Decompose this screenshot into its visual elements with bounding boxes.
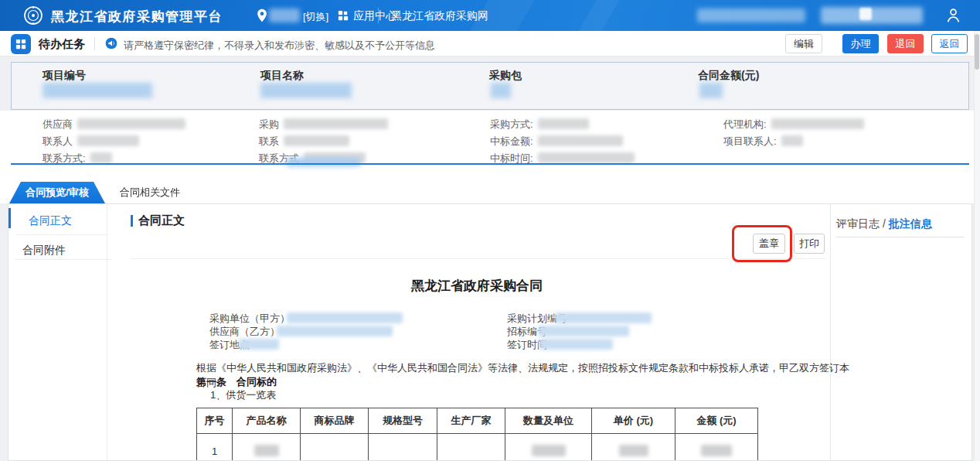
page-title: 待办任务 bbox=[39, 37, 85, 52]
redacted-package bbox=[491, 83, 511, 98]
redacted-cell bbox=[532, 445, 566, 456]
redacted-agency bbox=[771, 118, 864, 129]
region-switch-link[interactable]: [切换] bbox=[303, 10, 328, 24]
cell-seq: 1 bbox=[197, 434, 233, 461]
app-grid-icon bbox=[338, 10, 349, 21]
todo-grid-icon bbox=[11, 34, 31, 54]
bid-no-row: 招标编号 bbox=[507, 325, 629, 339]
cell-model bbox=[369, 434, 437, 461]
cell-quantity-unit bbox=[505, 434, 592, 461]
section-blue-divider bbox=[11, 163, 969, 165]
redacted-bid-no bbox=[538, 326, 629, 336]
gov-emblem-logo bbox=[23, 5, 43, 26]
redacted-header-info bbox=[697, 9, 805, 22]
purchaser-row: 采购 bbox=[259, 118, 388, 131]
col-seq: 序号 bbox=[197, 408, 233, 434]
redacted-user-info bbox=[821, 7, 923, 24]
redacted-region-name bbox=[269, 9, 300, 22]
tab-contract-files[interactable]: 合同相关文件 bbox=[104, 182, 196, 203]
app-window: 黑龙江省政府采购管理平台 [切换] 应用中心 黑龙江省政府采购网 待办任务 请严… bbox=[0, 0, 980, 461]
col-amount: 金额 (元) bbox=[675, 408, 758, 434]
annotations-link[interactable]: 批注信息 bbox=[889, 217, 932, 230]
redacted-sign-time bbox=[539, 339, 613, 350]
redacted-amount bbox=[699, 83, 723, 98]
contract-title: 黑龙江省政府采购合同 bbox=[245, 277, 709, 295]
stamp-annotation-box bbox=[732, 225, 792, 262]
contract-legal-paragraph: 根据《中华人民共和国政府采购法》、《中华人民共和国合同法》等法律、法规规定，按照… bbox=[196, 361, 853, 391]
section-title-bar bbox=[131, 215, 133, 227]
redacted-project-contact bbox=[781, 135, 803, 146]
back-button[interactable]: 返回 bbox=[931, 34, 968, 53]
sidebar-divider bbox=[16, 234, 107, 235]
review-panel-divider bbox=[836, 237, 965, 237]
col-quantity-unit: 数量及单位 bbox=[505, 408, 592, 434]
sign-place-row: 签订地点 bbox=[209, 338, 279, 352]
project-number-label: 项目编号 bbox=[43, 69, 86, 83]
scrollbar-thumb[interactable] bbox=[975, 34, 979, 70]
purchaser-contact-row: 联系 bbox=[259, 135, 349, 149]
procurement-package-label: 采购包 bbox=[489, 69, 522, 83]
table-row: 1 bbox=[197, 434, 758, 461]
redacted-avatar bbox=[859, 8, 872, 20]
redacted-bid-amount bbox=[538, 135, 623, 146]
redacted-cell bbox=[619, 445, 648, 456]
redacted-project-number bbox=[43, 83, 152, 98]
scrollbar-track[interactable] bbox=[974, 31, 980, 461]
contact-row: 联系人 bbox=[43, 135, 139, 149]
security-notice-text: 请严格遵守保密纪律，不得录入和发布涉密、敏感以及不予公开等信息 bbox=[124, 39, 435, 53]
method-row: 采购方式: bbox=[490, 118, 589, 131]
tab-contract-preview[interactable]: 合同预览/审核 bbox=[9, 182, 105, 203]
col-unit-price: 单价 (元) bbox=[592, 408, 675, 434]
section-title: 合同正文 bbox=[138, 213, 185, 228]
redacted-bid-time bbox=[538, 152, 635, 163]
redacted-contact bbox=[77, 135, 139, 146]
redacted-cell bbox=[254, 445, 279, 456]
sidebar-item-contract-body[interactable]: 合同正文 bbox=[29, 214, 128, 228]
cell-product-name bbox=[233, 434, 301, 461]
reject-button[interactable]: 退回 bbox=[887, 34, 924, 53]
party-b-row: 供应商（乙方） bbox=[209, 325, 393, 339]
sign-time-row: 签订时间 bbox=[507, 338, 613, 352]
redacted-purchaser-contact bbox=[284, 135, 349, 146]
project-contact-row: 项目联系人: bbox=[723, 135, 803, 149]
sidebar-active-indicator bbox=[9, 208, 11, 228]
redacted-party-a bbox=[287, 312, 403, 323]
cell-amount bbox=[675, 434, 758, 461]
review-panel-header: 评审日志 / 批注信息 bbox=[836, 217, 932, 231]
col-brand: 商标品牌 bbox=[301, 408, 369, 434]
col-model: 规格型号 bbox=[369, 408, 437, 434]
review-panel-border bbox=[830, 204, 831, 461]
redacted-project-name bbox=[260, 83, 352, 98]
procurement-portal-link[interactable]: 黑龙江省政府采购网 bbox=[391, 9, 488, 23]
project-name-label: 项目名称 bbox=[260, 69, 304, 83]
edit-button[interactable]: 编辑 bbox=[785, 34, 822, 53]
supply-list-label: 1、供货一览表 bbox=[210, 388, 276, 402]
redacted-supplier bbox=[77, 118, 185, 129]
redacted-cell bbox=[701, 445, 732, 456]
supply-list-table: 序号 产品名称 商标品牌 规格型号 生产厂家 数量及单位 单价 (元) 金额 (… bbox=[196, 408, 758, 461]
cell-brand bbox=[301, 434, 369, 461]
print-button[interactable]: 打印 bbox=[794, 234, 825, 254]
sidebar-divider bbox=[15, 259, 111, 260]
contract-amount-label: 合同金额(元) bbox=[698, 69, 759, 83]
bid-amount-row: 中标金额: bbox=[490, 135, 623, 149]
announcement-speaker-icon bbox=[105, 37, 117, 50]
handle-button[interactable]: 办理 bbox=[842, 34, 879, 53]
review-log-link[interactable]: 评审日志 bbox=[836, 217, 880, 230]
party-a-row: 采购单位（甲方） bbox=[209, 312, 403, 326]
location-pin-icon bbox=[257, 9, 267, 22]
sidebar-right-border bbox=[107, 204, 107, 461]
contract-article-1: 第一条 合同标的 bbox=[196, 375, 277, 389]
redacted-purchaser bbox=[284, 118, 388, 129]
app-center-link[interactable]: 应用中心 bbox=[353, 9, 396, 23]
redacted-phone bbox=[90, 152, 112, 163]
platform-title: 黑龙江省政府采购管理平台 bbox=[51, 8, 223, 26]
user-profile-icon[interactable] bbox=[944, 6, 962, 24]
cell-unit-price bbox=[592, 434, 675, 461]
plan-no-row: 采购计划编号 bbox=[507, 312, 652, 326]
redacted-sign-place bbox=[239, 339, 279, 350]
col-manufacturer: 生产厂家 bbox=[437, 408, 505, 434]
project-summary-panel: 项目编号 项目名称 采购包 合同金额(元) bbox=[11, 62, 969, 110]
redacted-smudge bbox=[286, 158, 360, 166]
col-product-name: 产品名称 bbox=[233, 408, 301, 434]
